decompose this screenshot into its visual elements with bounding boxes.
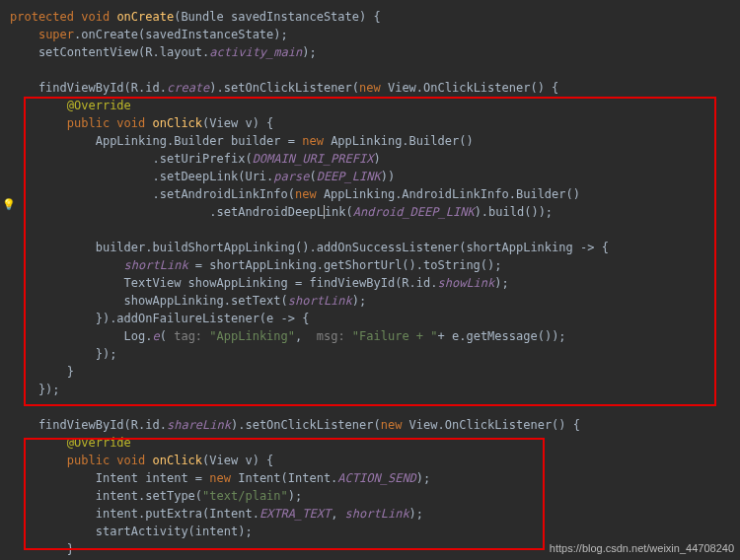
- field: shortLink: [124, 258, 188, 272]
- code-line: findViewById(R.id.create).setOnClickList…: [10, 79, 740, 97]
- code-line: startActivity(intent);: [10, 523, 740, 540]
- kw: new: [381, 418, 409, 432]
- field: activity_main: [209, 45, 302, 59]
- kw: protected void: [10, 10, 116, 24]
- method: onClick: [153, 116, 203, 130]
- string: "Failure + ": [352, 329, 438, 343]
- intention-bulb-icon[interactable]: 💡: [2, 197, 16, 214]
- code-line: .setDeepLink(Uri.parse(DEEP_LINK)): [10, 168, 740, 185]
- annotation: @Override: [67, 99, 131, 112]
- string: "text/plain": [202, 489, 288, 503]
- code-line: intent.putExtra(Intent.EXTRA_TEXT, short…: [10, 505, 740, 523]
- code-line: public void onClick(View v) {: [10, 452, 740, 469]
- const: DOMAIN_URI_PREFIX: [253, 152, 374, 166]
- code-line: .setUriPrefix(DOMAIN_URI_PREFIX): [10, 150, 740, 168]
- field: shortLink: [288, 294, 352, 308]
- code-line: [10, 61, 740, 79]
- const: EXTRA_TEXT: [259, 507, 331, 521]
- code-line: super.onCreate(savedInstanceState);: [10, 26, 740, 43]
- const: Android_DEEP_LINK: [353, 205, 475, 219]
- code-line: showAppLinking.setText(shortLink);: [10, 292, 740, 310]
- field: shortLink: [345, 507, 409, 521]
- code-line: Intent intent = new Intent(Intent.ACTION…: [10, 469, 740, 487]
- const: DEEP_LINK: [317, 170, 381, 183]
- code-line: @Override: [10, 97, 740, 114]
- static-method: parse: [273, 170, 309, 183]
- code-line: protected void onCreate(Bundle savedInst…: [10, 8, 740, 26]
- param-hint: tag:: [174, 329, 209, 343]
- code-line: shortLink = shortAppLinking.getShortUrl(…: [10, 256, 740, 274]
- code-line: [10, 398, 740, 416]
- const: ACTION_SEND: [337, 471, 415, 485]
- code-line: intent.setType("text/plain");: [10, 487, 740, 505]
- annotation: @Override: [67, 436, 131, 450]
- kw: new: [209, 471, 238, 485]
- method: onCreate: [116, 10, 174, 24]
- code-line: .setAndroidDeepLink(Android_DEEP_LINK).b…: [10, 203, 740, 221]
- code-line: .setAndroidLinkInfo(new AppLinking.Andro…: [10, 185, 740, 203]
- code-line: @Override: [10, 434, 740, 452]
- code-line: }).addOnFailureListener(e -> {: [10, 310, 740, 327]
- code-line: }: [10, 363, 740, 381]
- watermark: https://blog.csdn.net/weixin_44708240: [550, 540, 734, 557]
- field: shareLink: [167, 418, 231, 432]
- code-line: builder.buildShortAppLinking().addOnSucc…: [10, 239, 740, 256]
- string: "AppLinking": [209, 329, 295, 343]
- static-method: e: [153, 329, 160, 343]
- code-line: Log.e( tag: "AppLinking", msg: "Failure …: [10, 327, 740, 345]
- kw: public void: [67, 454, 153, 467]
- kw: super: [38, 28, 74, 41]
- code-line: public void onClick(View v) {: [10, 114, 740, 132]
- code-line: });: [10, 345, 740, 363]
- kw: new: [359, 81, 388, 95]
- kw: new: [295, 187, 324, 201]
- code-editor[interactable]: protected void onCreate(Bundle savedInst…: [10, 8, 740, 560]
- code-line: [10, 221, 740, 239]
- txt: (Bundle savedInstanceState) {: [174, 10, 381, 24]
- code-line: });: [10, 381, 740, 398]
- param-hint: msg:: [317, 329, 352, 343]
- kw: new: [302, 134, 331, 148]
- field: showLink: [437, 276, 494, 290]
- code-line: findViewById(R.id.shareLink).setOnClickL…: [10, 416, 740, 434]
- kw: public void: [67, 116, 153, 130]
- field: create: [167, 81, 209, 95]
- method: onClick: [153, 454, 203, 467]
- code-line: AppLinking.Builder builder = new AppLink…: [10, 132, 740, 150]
- code-line: setContentView(R.layout.activity_main);: [10, 43, 740, 61]
- code-line: TextView showAppLinking = findViewById(R…: [10, 274, 740, 292]
